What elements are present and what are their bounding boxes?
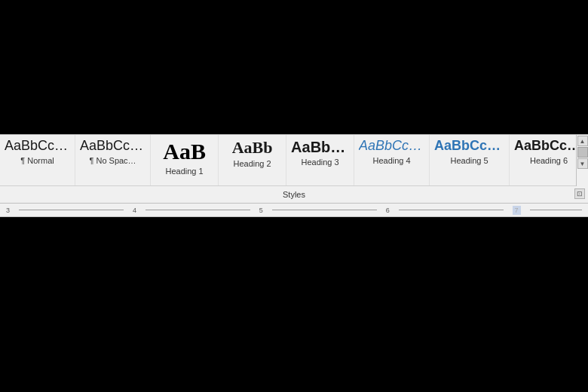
style-label-normal: ¶ Normal — [20, 156, 54, 165]
style-preview-heading1: AaB — [163, 138, 206, 165]
scroll-up-button[interactable]: ▲ — [577, 136, 588, 146]
bottom-black-area — [0, 217, 588, 392]
style-preview-no-space: AaBbCcDc — [80, 138, 145, 155]
ruler-num-6: 6 — [386, 207, 390, 214]
styles-footer: Styles ⊡ — [0, 186, 588, 203]
styles-label: Styles — [283, 190, 305, 199]
scroll-thumb[interactable] — [577, 147, 588, 158]
style-item-normal[interactable]: AaBbCcDc¶ Normal — [0, 135, 75, 185]
styles-ribbon: AaBbCcDc¶ NormalAaBbCcDc¶ No Spac…AaBHea… — [0, 135, 588, 203]
style-label-heading6: Heading 6 — [530, 156, 568, 165]
scroll-down-button[interactable]: ▼ — [577, 158, 588, 169]
ruler-num-3: 3 — [6, 207, 10, 214]
style-label-heading3: Heading 3 — [301, 158, 338, 167]
ruler-num-7: 7 — [513, 206, 521, 215]
style-item-heading1[interactable]: AaBHeading 1 — [151, 135, 219, 185]
style-preview-normal: AaBbCcDc — [5, 138, 70, 155]
style-label-no-space: ¶ No Spac… — [89, 156, 136, 165]
styles-items-container: AaBbCcDc¶ NormalAaBbCcDc¶ No Spac…AaBHea… — [0, 135, 588, 185]
style-preview-heading3: AaBbCc — [291, 138, 349, 156]
style-preview-heading4: AaBbCcDc — [359, 138, 424, 155]
style-label-heading5: Heading 5 — [450, 156, 488, 165]
ruler-num-4: 4 — [133, 207, 136, 214]
styles-toolbar: AaBbCcDc¶ NormalAaBbCcDc¶ No Spac…AaBHea… — [0, 134, 588, 204]
styles-scrollbar[interactable]: ▲ ▼ — [576, 135, 588, 186]
styles-expand-button[interactable]: ⊡ — [574, 188, 585, 199]
style-preview-heading6: AaBbCcDc — [514, 138, 583, 155]
top-black-area — [0, 0, 588, 134]
style-label-heading2: Heading 2 — [233, 159, 271, 168]
ruler: 3 4 5 6 7 — [0, 204, 588, 217]
ruler-num-5: 5 — [259, 207, 263, 214]
style-item-heading3[interactable]: AaBbCcHeading 3 — [286, 135, 354, 185]
style-preview-heading5: AaBbCcDd — [434, 138, 504, 155]
style-item-no-space[interactable]: AaBbCcDc¶ No Spac… — [75, 135, 151, 185]
style-item-heading4[interactable]: AaBbCcDcHeading 4 — [354, 135, 430, 185]
styles-row: AaBbCcDc¶ NormalAaBbCcDc¶ No Spac…AaBHea… — [0, 135, 588, 186]
ruler-content: 3 4 5 6 7 — [6, 206, 582, 215]
style-item-heading5[interactable]: AaBbCcDdHeading 5 — [430, 135, 510, 185]
style-preview-heading2: AaBb — [232, 138, 273, 158]
style-label-heading1: Heading 1 — [165, 167, 203, 176]
style-label-heading4: Heading 4 — [373, 156, 411, 165]
style-item-heading2[interactable]: AaBbHeading 2 — [219, 135, 286, 185]
